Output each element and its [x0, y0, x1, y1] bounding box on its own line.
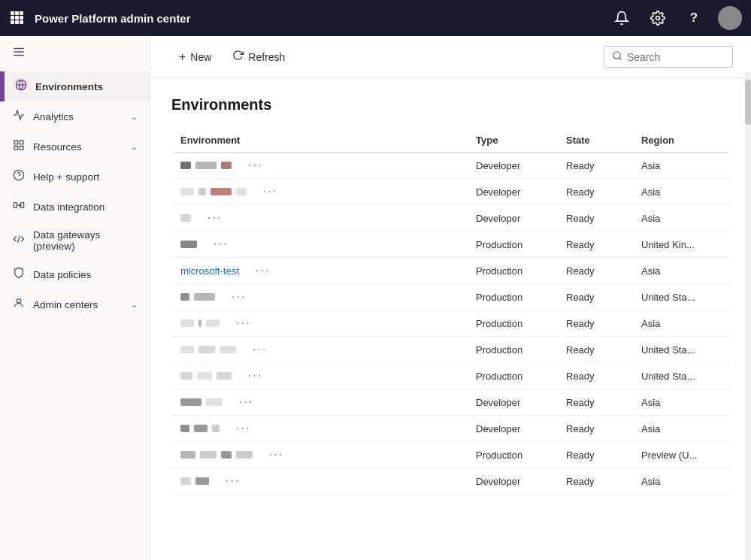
env-name-block: [180, 425, 189, 432]
avatar[interactable]: [718, 6, 742, 30]
env-name-cell: ···: [171, 179, 467, 205]
sidebar-hamburger[interactable]: [0, 36, 150, 71]
svg-rect-5: [20, 16, 23, 20]
env-name-block: [212, 425, 220, 432]
svg-line-24: [18, 235, 20, 242]
gear-icon[interactable]: [646, 6, 670, 30]
env-name-cell: ···: [171, 468, 467, 495]
svg-rect-7: [15, 20, 19, 24]
grid-icon[interactable]: [9, 10, 24, 27]
svg-point-9: [656, 17, 660, 20]
sidebar-item-resources[interactable]: Resources ⌄: [0, 132, 150, 162]
help-icon[interactable]: ?: [682, 6, 706, 30]
col-environment: Environment: [171, 129, 467, 153]
new-button[interactable]: + New: [168, 44, 222, 70]
table-row[interactable]: ···DeveloperReadyAsia: [171, 416, 730, 442]
sidebar-label-resources: Resources: [33, 141, 123, 153]
more-options-button[interactable]: ···: [260, 185, 280, 198]
env-region: Asia: [632, 258, 730, 284]
col-region: Region: [632, 129, 730, 153]
bell-icon[interactable]: [610, 6, 634, 30]
sidebar-item-environments[interactable]: Environments: [0, 71, 150, 101]
env-region: Asia: [632, 468, 730, 495]
more-options-button[interactable]: ···: [204, 211, 225, 225]
table-row[interactable]: ···DeveloperReadyAsia: [171, 389, 730, 416]
table-row[interactable]: ···DeveloperReadyAsia: [171, 205, 730, 232]
more-options-button[interactable]: ···: [233, 422, 253, 435]
table-row[interactable]: ···ProductionReadyUnited Kin...: [171, 232, 730, 258]
col-type: Type: [467, 129, 557, 153]
table-row[interactable]: ···ProductionReadyUnited Sta...: [171, 337, 730, 363]
more-options-button[interactable]: ···: [253, 264, 273, 277]
env-name-cell: ···: [171, 153, 467, 179]
env-name-block: [194, 293, 215, 301]
env-name-block: [210, 188, 232, 195]
search-box[interactable]: [604, 46, 733, 68]
more-options-button[interactable]: ···: [210, 238, 231, 251]
main-wrapper: + New Refresh: [150, 36, 751, 560]
table-row[interactable]: ···ProductionReadyAsia: [171, 310, 730, 337]
env-type: Production: [467, 310, 557, 337]
refresh-button[interactable]: Refresh: [222, 44, 295, 70]
table-row[interactable]: microsoft-test···ProductionReadyAsia: [171, 258, 730, 284]
scrollbar-thumb[interactable]: [745, 80, 751, 125]
sidebar-item-data-gateways[interactable]: Data gateways (preview): [0, 222, 150, 259]
env-name-cell: ···: [171, 205, 467, 232]
env-region: Asia: [632, 310, 730, 337]
env-name-block: [198, 188, 206, 195]
table-row[interactable]: ···DeveloperReadyAsia: [171, 153, 730, 179]
more-options-button[interactable]: ···: [245, 159, 265, 172]
env-type: Developer: [467, 179, 557, 205]
sidebar-label-analytics: Analytics: [33, 111, 123, 123]
table-row[interactable]: ···ProductionReadyPreview (U...: [171, 442, 730, 468]
new-icon: +: [179, 50, 186, 64]
search-input[interactable]: [627, 51, 725, 63]
search-icon: [612, 50, 622, 63]
env-name-block: [217, 372, 232, 380]
sidebar-item-help-support[interactable]: Help + support: [0, 162, 150, 192]
sidebar-item-data-integration[interactable]: Data integration: [0, 192, 150, 222]
admin-centers-chevron-icon: ⌄: [131, 300, 138, 310]
env-type: Production: [467, 284, 557, 310]
environments-table: Environment Type State Region ···Develop…: [171, 129, 730, 495]
more-options-button[interactable]: ···: [245, 369, 265, 383]
env-name-cell: ···: [171, 389, 467, 416]
more-options-button[interactable]: ···: [236, 395, 256, 409]
env-name-block: [206, 319, 220, 327]
environments-icon: [14, 79, 28, 94]
env-name-block: [220, 346, 236, 353]
env-name-block: [197, 372, 212, 380]
data-gateways-icon: [12, 233, 26, 248]
more-options-button[interactable]: ···: [266, 448, 286, 462]
table-row[interactable]: ···DeveloperReadyAsia: [171, 179, 730, 205]
env-name-block: [180, 162, 191, 169]
env-region: United Sta...: [632, 337, 730, 363]
scrollbar-track[interactable]: [745, 72, 751, 560]
env-name-block: [195, 162, 217, 169]
help-support-icon: [12, 169, 26, 184]
table-row[interactable]: ···ProductionReadyUnited Sta...: [171, 284, 730, 310]
data-policies-icon: [12, 267, 26, 282]
sidebar-item-analytics[interactable]: Analytics ⌄: [0, 101, 150, 132]
env-name-cell: ···: [171, 337, 467, 363]
env-region: Asia: [632, 416, 730, 442]
more-options-button[interactable]: ···: [229, 290, 249, 304]
more-options-button[interactable]: ···: [223, 474, 243, 488]
env-type: Production: [467, 363, 557, 389]
col-state: State: [557, 129, 632, 153]
env-name-block: [194, 425, 207, 432]
env-name-block: [236, 451, 253, 459]
env-type: Developer: [467, 153, 557, 179]
toolbar: + New Refresh: [150, 36, 751, 78]
more-options-button[interactable]: ···: [250, 343, 270, 356]
more-options-button[interactable]: ···: [233, 316, 253, 330]
env-state: Ready: [557, 416, 632, 442]
env-region: Asia: [632, 205, 730, 232]
svg-point-25: [17, 299, 20, 303]
env-name-block: [221, 451, 232, 459]
table-row[interactable]: ···ProductionReadyUnited Sta...: [171, 363, 730, 389]
table-row[interactable]: ···DeveloperReadyAsia: [171, 468, 730, 495]
sidebar-item-data-policies[interactable]: Data policies: [0, 259, 150, 289]
sidebar-item-admin-centers[interactable]: Admin centers ⌄: [0, 289, 150, 319]
env-name-text[interactable]: microsoft-test: [180, 265, 239, 277]
